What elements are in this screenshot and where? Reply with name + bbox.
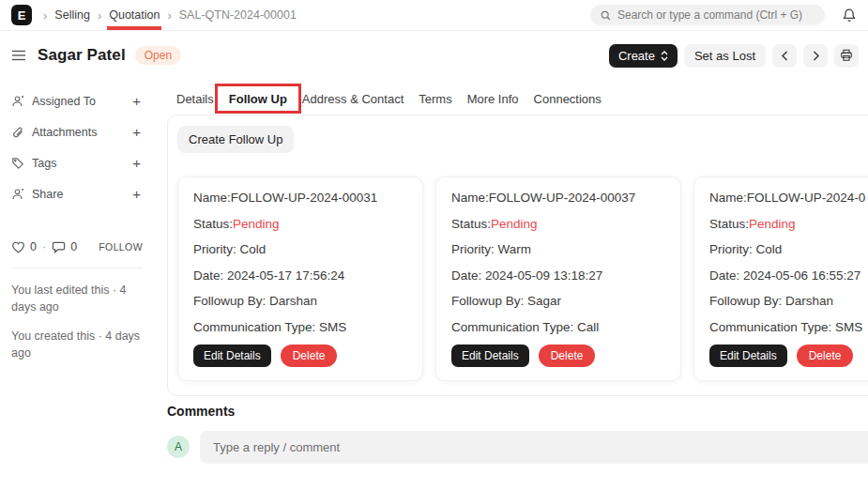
assigned-to-icon xyxy=(11,95,24,108)
sidebar-toggle-icon[interactable] xyxy=(11,50,26,61)
tag-icon xyxy=(11,157,24,170)
status-value: Pending xyxy=(749,217,796,231)
breadcrumb-item-quotation[interactable]: Quotation xyxy=(109,8,160,22)
card-communication-type: Communication Type: SMS xyxy=(193,319,407,336)
sidebar-item-label: Attachments xyxy=(32,126,97,139)
created-note: You created this · 4 days ago xyxy=(11,328,143,361)
printer-icon xyxy=(840,49,853,62)
card-communication-type: Communication Type: Call xyxy=(451,319,665,336)
card-followup-by: Followup By: Sagar xyxy=(451,293,665,310)
card-status: Status:Pending xyxy=(193,216,407,233)
chevron-left-icon xyxy=(781,51,789,61)
card-name: Name:FOLLOW-UP-2024-00037 xyxy=(451,190,665,207)
tab-connections[interactable]: Connections xyxy=(534,92,602,106)
follow-up-card: Name:FOLLOW-UP-2024-00037 Status:Pending… xyxy=(435,176,681,381)
status-label: Status: xyxy=(193,217,233,231)
comments-count: 0 xyxy=(70,240,77,253)
document-sidebar: Assigned To + Attachments + Tags + xyxy=(11,94,143,375)
follow-up-tab-panel: Create Follow Up Name:FOLLOW-UP-2024-000… xyxy=(167,115,868,396)
create-button-label: Create xyxy=(618,49,655,63)
sidebar-divider xyxy=(11,268,143,268)
follow-up-cards: Name:FOLLOW-UP-2024-00031 Status:Pending… xyxy=(177,176,868,381)
follow-button[interactable]: FOLLOW xyxy=(99,241,143,253)
status-label: Status: xyxy=(709,217,749,231)
share-icon xyxy=(11,188,24,201)
select-chevrons-icon xyxy=(661,51,668,61)
card-priority: Priority: Cold xyxy=(709,241,868,258)
prev-record-button[interactable] xyxy=(772,44,797,68)
status-badge: Open xyxy=(135,46,181,65)
comments-section: Comments A xyxy=(167,404,868,464)
card-status: Status:Pending xyxy=(451,216,665,233)
notifications-bell-icon[interactable] xyxy=(842,8,857,23)
card-communication-type: Communication Type: SMS xyxy=(709,319,868,336)
edit-details-button[interactable]: Edit Details xyxy=(451,345,529,367)
sidebar-item-tags[interactable]: Tags + xyxy=(11,156,143,171)
status-value: Pending xyxy=(233,217,280,231)
likes-count: 0 xyxy=(30,240,37,253)
breadcrumb-separator: › xyxy=(98,8,101,23)
page-title: Sagar Patel xyxy=(38,46,126,65)
card-name: Name:FOLLOW-UP-2024-0 xyxy=(709,190,868,207)
sidebar-item-attachments[interactable]: Attachments + xyxy=(11,125,143,140)
status-label: Status: xyxy=(451,217,491,231)
last-edited-note: You last edited this · 4 days ago xyxy=(11,282,143,315)
breadcrumb: › Selling › Quotation › SAL-QTN-2024-000… xyxy=(43,8,297,23)
sidebar-item-label: Assigned To xyxy=(32,95,96,108)
follow-up-card: Name:FOLLOW-UP-2024-0 Status:Pending Pri… xyxy=(693,176,868,381)
search-input[interactable] xyxy=(617,8,815,22)
card-actions: Edit Details Delete xyxy=(451,345,665,367)
chevron-right-icon xyxy=(812,51,820,61)
delete-button[interactable]: Delete xyxy=(281,345,338,367)
card-priority: Priority: Warm xyxy=(451,241,665,258)
breadcrumb-item-selling[interactable]: Selling xyxy=(54,8,90,22)
count-separator: · xyxy=(42,240,46,253)
tab-terms[interactable]: Terms xyxy=(419,92,451,106)
create-button[interactable]: Create xyxy=(609,44,678,68)
card-name: Name:FOLLOW-UP-2024-00031 xyxy=(193,190,407,207)
comments-heading: Comments xyxy=(167,404,868,419)
reactions-row: 0 · 0 FOLLOW xyxy=(11,239,143,254)
sidebar-item-share[interactable]: Share + xyxy=(11,187,143,202)
sidebar-item-label: Tags xyxy=(32,157,56,170)
edit-details-button[interactable]: Edit Details xyxy=(709,345,787,367)
header-actions: Create Set as Lost xyxy=(609,44,859,68)
tab-address-contact[interactable]: Address & Contact xyxy=(302,92,404,106)
tab-follow-up[interactable]: Follow Up xyxy=(229,92,287,106)
app-logo[interactable]: E xyxy=(11,5,32,25)
card-priority: Priority: Cold xyxy=(193,241,407,258)
tab-follow-up-label: Follow Up xyxy=(229,92,287,106)
avatar: A xyxy=(167,436,190,458)
global-search[interactable] xyxy=(590,5,825,25)
sidebar-item-label: Share xyxy=(32,188,63,201)
add-attachment-button[interactable]: + xyxy=(130,126,143,139)
tab-more-info[interactable]: More Info xyxy=(467,92,519,106)
add-share-button[interactable]: + xyxy=(130,188,143,201)
comment-input[interactable] xyxy=(200,431,868,464)
delete-button[interactable]: Delete xyxy=(797,345,854,367)
status-value: Pending xyxy=(491,217,538,231)
delete-button[interactable]: Delete xyxy=(539,345,596,367)
heart-icon[interactable] xyxy=(11,240,25,253)
comment-input-row: A xyxy=(167,431,868,464)
card-actions: Edit Details Delete xyxy=(193,345,407,367)
search-icon xyxy=(600,9,612,22)
create-follow-up-button[interactable]: Create Follow Up xyxy=(177,126,294,153)
card-date: Date: 2024-05-17 17:56:24 xyxy=(193,268,407,284)
card-followup-by: Followup By: Darshan xyxy=(709,293,868,310)
red-underline-annotation xyxy=(107,26,161,30)
print-button[interactable] xyxy=(834,44,859,68)
card-date: Date: 2024-05-09 13:18:27 xyxy=(451,268,665,284)
breadcrumb-item-quotation-label: Quotation xyxy=(109,8,160,22)
breadcrumb-item-current: SAL-QTN-2024-00001 xyxy=(179,8,297,22)
card-status: Status:Pending xyxy=(709,216,868,233)
set-as-lost-button[interactable]: Set as Lost xyxy=(684,44,766,68)
sidebar-item-assigned-to[interactable]: Assigned To + xyxy=(11,94,143,109)
add-tag-button[interactable]: + xyxy=(130,157,143,170)
paperclip-icon xyxy=(11,126,24,139)
tab-details[interactable]: Details xyxy=(176,92,214,106)
page-header: Sagar Patel Open Create Set as Lost xyxy=(11,39,859,71)
edit-details-button[interactable]: Edit Details xyxy=(193,345,271,367)
next-record-button[interactable] xyxy=(803,44,828,68)
add-assignment-button[interactable]: + xyxy=(130,95,143,108)
